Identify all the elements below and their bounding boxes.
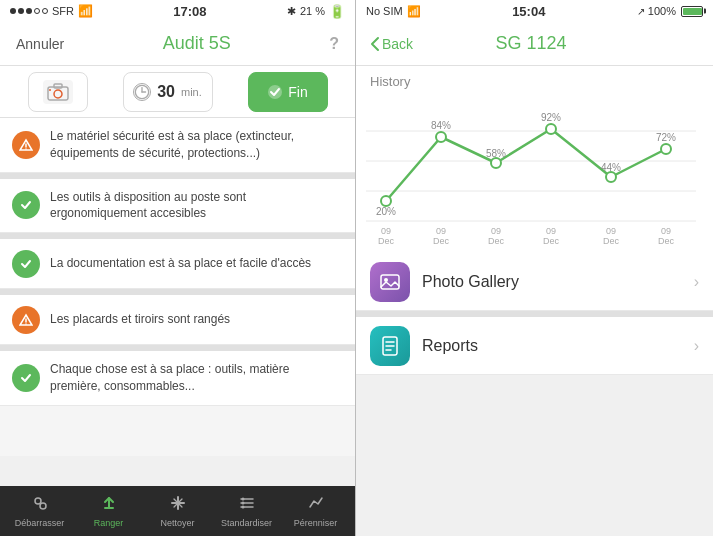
checklist: Le matériel sécurité est à sa place (ext…: [0, 118, 355, 486]
tab-ranger[interactable]: Ranger: [74, 494, 143, 528]
item-text: Chaque chose est à sa place : outils, ma…: [50, 361, 343, 395]
carrier-name: SFR: [52, 5, 74, 17]
chart-point: [546, 124, 556, 134]
svg-text:Dec: Dec: [543, 236, 560, 246]
success-icon: [12, 250, 40, 278]
empty-space: [0, 406, 355, 456]
no-sim-label: No SIM: [366, 5, 403, 17]
page-title-right: SG 1124: [496, 33, 567, 54]
cancel-button[interactable]: Annuler: [16, 36, 64, 52]
back-label: Back: [382, 36, 413, 52]
status-right-left: ✱ 21 % 🔋: [287, 4, 345, 19]
chart-line: [386, 129, 666, 201]
reports-item[interactable]: Reports ›: [356, 317, 713, 375]
svg-text:Dec: Dec: [378, 236, 395, 246]
battery-fill: [683, 8, 702, 15]
svg-text:09: 09: [606, 226, 616, 236]
timer-icon: [133, 83, 151, 101]
camera-icon: [43, 80, 73, 104]
signal-arrow-icon: ↗: [637, 6, 645, 17]
item-text: Les placards et tiroirs sont rangés: [50, 311, 230, 328]
timer-value: 30: [157, 83, 175, 101]
tab-icon-standardiser: [238, 494, 256, 516]
photo-gallery-label: Photo Gallery: [422, 273, 682, 291]
signal-icon: [10, 8, 48, 14]
reports-label: Reports: [422, 337, 682, 355]
phone-right: No SIM 📶 15:04 ↗ 100% Back SG 1124 Histo…: [356, 0, 713, 536]
svg-text:09: 09: [436, 226, 446, 236]
svg-point-26: [241, 502, 244, 505]
svg-text:09: 09: [381, 226, 391, 236]
carrier-right: No SIM 📶: [366, 5, 421, 18]
camera-button[interactable]: [28, 72, 88, 112]
phone-left: SFR 📶 17:08 ✱ 21 % 🔋 Annuler Audit 5S ?: [0, 0, 356, 536]
timer-unit: min.: [181, 86, 202, 98]
battery-pct-right: 100%: [648, 5, 676, 17]
status-bar-left: SFR 📶 17:08 ✱ 21 % 🔋: [0, 0, 355, 22]
item-text: Le matériel sécurité est à sa place (ext…: [50, 128, 343, 162]
action-bar: 30 min. Fin: [0, 66, 355, 118]
svg-text:Dec: Dec: [658, 236, 675, 246]
tab-debarrasser[interactable]: Débarrasser: [5, 494, 74, 528]
success-icon: [12, 364, 40, 392]
time-left: 17:08: [173, 4, 206, 19]
svg-text:58%: 58%: [486, 148, 506, 159]
checklist-item[interactable]: La documentation est à sa place et facil…: [0, 239, 355, 289]
carrier-left: SFR 📶: [10, 4, 93, 18]
battery-icon-left: 🔋: [329, 4, 345, 19]
photo-gallery-chevron-icon: ›: [694, 273, 699, 291]
chart-point: [491, 158, 501, 168]
svg-point-25: [241, 498, 244, 501]
tab-icon-perenniser: [307, 494, 325, 516]
svg-text:84%: 84%: [431, 120, 451, 131]
bluetooth-icon: ✱: [287, 5, 296, 18]
status-right: ↗ 100%: [637, 5, 703, 17]
checkmark-icon: [267, 84, 283, 100]
tab-label-standardiser: Standardiser: [221, 518, 272, 528]
page-title-left: Audit 5S: [163, 33, 231, 54]
chart-container: 20% 84% 58% 92% 44% 72% 09 Dec 09 Dec 09…: [356, 93, 713, 253]
header-right: Back SG 1124: [356, 22, 713, 66]
photo-gallery-item[interactable]: Photo Gallery ›: [356, 253, 713, 311]
tab-standardiser[interactable]: Standardiser: [212, 494, 281, 528]
time-right: 15:04: [512, 4, 545, 19]
tab-icon-nettoyer: [169, 494, 187, 516]
checklist-item[interactable]: Chaque chose est à sa place : outils, ma…: [0, 351, 355, 406]
warning-icon: [12, 131, 40, 159]
svg-text:20%: 20%: [376, 206, 396, 217]
svg-point-13: [25, 323, 26, 324]
reports-chevron-icon: ›: [694, 337, 699, 355]
checklist-item[interactable]: Les placards et tiroirs sont rangés: [0, 295, 355, 345]
checklist-item[interactable]: Les outils à disposition au poste sont e…: [0, 179, 355, 234]
svg-text:09: 09: [491, 226, 501, 236]
finish-button[interactable]: Fin: [248, 72, 328, 112]
svg-text:Dec: Dec: [433, 236, 450, 246]
tab-label-debarrasser: Débarrasser: [15, 518, 65, 528]
tab-perenniser[interactable]: Pérenniser: [281, 494, 350, 528]
back-button[interactable]: Back: [370, 36, 413, 52]
wifi-icon-right: 📶: [407, 5, 421, 18]
item-text: Les outils à disposition au poste sont e…: [50, 189, 343, 223]
tab-icon-debarrasser: [31, 494, 49, 516]
item-text: La documentation est à sa place et facil…: [50, 255, 311, 272]
reports-icon: [370, 326, 410, 366]
status-bar-right: No SIM 📶 15:04 ↗ 100%: [356, 0, 713, 22]
svg-text:09: 09: [546, 226, 556, 236]
svg-rect-2: [54, 84, 62, 88]
help-button[interactable]: ?: [329, 35, 339, 53]
chart-point: [661, 144, 671, 154]
tab-label-perenniser: Pérenniser: [294, 518, 338, 528]
svg-rect-50: [381, 275, 399, 289]
finish-label: Fin: [288, 84, 307, 100]
tab-nettoyer[interactable]: Nettoyer: [143, 494, 212, 528]
chart-point: [606, 172, 616, 182]
timer-button[interactable]: 30 min.: [123, 72, 213, 112]
chart-point: [436, 132, 446, 142]
history-label: History: [370, 74, 699, 89]
menu-list: Photo Gallery › Reports ›: [356, 253, 713, 536]
chart-point: [381, 196, 391, 206]
warning-icon: [12, 306, 40, 334]
success-icon: [12, 191, 40, 219]
svg-text:Dec: Dec: [488, 236, 505, 246]
checklist-item[interactable]: Le matériel sécurité est à sa place (ext…: [0, 118, 355, 173]
